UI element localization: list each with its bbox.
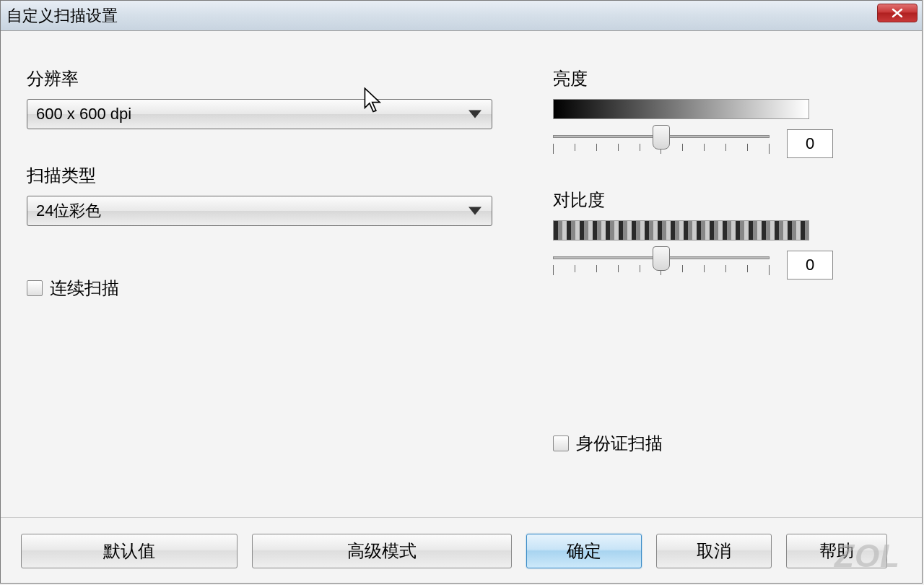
brightness-label: 亮度 [553, 67, 856, 90]
contrast-label: 对比度 [553, 188, 856, 212]
default-button[interactable]: 默认值 [21, 534, 237, 568]
button-row: 默认值 高级模式 确定 取消 帮助 [1, 517, 922, 568]
id-scan-row: 身份证扫描 [553, 432, 663, 455]
slider-thumb[interactable] [653, 246, 670, 271]
resolution-label: 分辨率 [27, 67, 496, 90]
brightness-value[interactable]: 0 [787, 129, 833, 158]
titlebar: 自定义扫描设置 [1, 1, 922, 31]
continuous-scan-row: 连续扫描 [27, 277, 496, 300]
advanced-button[interactable]: 高级模式 [252, 534, 512, 568]
cancel-button[interactable]: 取消 [656, 534, 772, 568]
id-scan-checkbox[interactable] [553, 436, 569, 451]
slider-thumb[interactable] [653, 125, 670, 150]
window-title: 自定义扫描设置 [6, 5, 118, 27]
brightness-slider[interactable] [553, 128, 770, 160]
scan-type-label: 扫描类型 [27, 164, 496, 187]
ok-button[interactable]: 确定 [526, 534, 642, 568]
dialog-window: 自定义扫描设置 分辨率 600 x 600 dpi 扫描类型 24位彩色 连续扫… [0, 0, 923, 584]
contrast-gradient-bar [553, 220, 809, 240]
scan-type-value: 24位彩色 [36, 200, 101, 222]
resolution-value: 600 x 600 dpi [36, 105, 131, 124]
continuous-scan-label: 连续扫描 [50, 277, 119, 300]
right-column: 亮度 0 对比度 [553, 67, 856, 310]
id-scan-label: 身份证扫描 [576, 432, 663, 455]
scan-type-dropdown[interactable]: 24位彩色 [27, 196, 492, 226]
content-area: 分辨率 600 x 600 dpi 扫描类型 24位彩色 连续扫描 亮度 [1, 31, 922, 583]
left-column: 分辨率 600 x 600 dpi 扫描类型 24位彩色 连续扫描 [27, 67, 496, 300]
contrast-slider-row: 0 [553, 249, 856, 281]
contrast-value[interactable]: 0 [787, 251, 833, 280]
close-button[interactable] [877, 4, 918, 22]
close-icon [892, 8, 903, 18]
chevron-down-icon [468, 110, 481, 118]
contrast-slider[interactable] [553, 249, 770, 281]
resolution-dropdown[interactable]: 600 x 600 dpi [27, 99, 492, 129]
chevron-down-icon [468, 207, 481, 215]
brightness-gradient-bar [553, 99, 809, 119]
brightness-slider-row: 0 [553, 128, 856, 160]
help-button[interactable]: 帮助 [786, 534, 887, 568]
continuous-scan-checkbox[interactable] [27, 280, 43, 296]
